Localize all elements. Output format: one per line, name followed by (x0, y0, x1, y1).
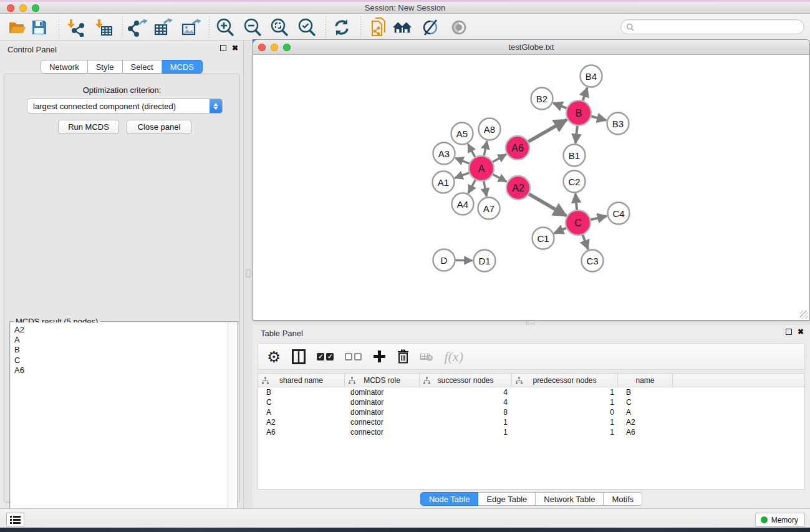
delete-table-button[interactable]: ✕ (420, 352, 433, 361)
create-column-button[interactable] (373, 347, 386, 366)
table-cell-filler (673, 417, 804, 427)
table-cell[interactable]: 1 (512, 387, 618, 397)
graph-node-label: A4 (457, 199, 468, 210)
table-cell[interactable]: 8 (420, 407, 512, 417)
table-cell[interactable]: connector (345, 427, 420, 437)
column-header-filler (673, 374, 804, 387)
refresh-button[interactable] (331, 17, 352, 37)
export-image-button[interactable] (180, 17, 201, 37)
save-session-button[interactable] (29, 17, 50, 37)
home-button[interactable] (392, 17, 413, 37)
column-header-mcds-role[interactable]: MCDS role (345, 374, 420, 387)
search-input[interactable] (637, 22, 804, 31)
table-cell[interactable]: dominator (345, 407, 420, 417)
close-panel-icon[interactable]: ✖ (232, 45, 238, 51)
tab-style[interactable]: Style (88, 60, 123, 74)
network-canvas[interactable]: AA1A2A3A4A5A6A7A8BB1B2B3B4CC1C2C3C4DD1 (253, 55, 809, 320)
table-cell[interactable]: 1 (420, 417, 512, 427)
column-header-successor-nodes[interactable]: successor nodes (420, 374, 512, 387)
result-item[interactable]: A2 (14, 325, 228, 335)
search-field[interactable] (620, 19, 804, 34)
cytoscape-app-window: Session: New Session (0, 0, 810, 532)
table-cell[interactable]: B (618, 387, 673, 397)
tab-motifs[interactable]: Motifs (604, 492, 642, 506)
table-row[interactable]: A6connector11A6 (258, 427, 804, 437)
table-cell[interactable]: 4 (420, 387, 512, 397)
float-table-panel-icon[interactable] (786, 329, 792, 335)
optimization-criterion-label: Optimization criterion: (4, 85, 239, 95)
task-history-button[interactable] (6, 513, 24, 526)
function-builder-button[interactable]: f(x) (444, 347, 463, 366)
result-scrollbar[interactable] (228, 322, 237, 530)
table-cell[interactable]: A2 (618, 417, 673, 427)
column-header-predecessor-nodes[interactable]: predecessor nodes (512, 374, 618, 387)
run-mcds-button[interactable]: Run MCDS (58, 120, 119, 134)
show-hide-button[interactable] (448, 17, 470, 37)
close-panel-button[interactable]: Close panel (127, 120, 191, 134)
table-cell[interactable]: C (258, 397, 345, 407)
tab-node-table[interactable]: Node Table (420, 492, 479, 506)
table-cell[interactable]: A2 (258, 417, 345, 427)
table-cell[interactable]: 4 (420, 397, 512, 407)
table-cell[interactable]: 0 (512, 407, 618, 417)
import-network-button[interactable] (65, 17, 86, 37)
export-image-icon (181, 18, 201, 37)
result-item[interactable]: A (14, 335, 228, 345)
export-table-button[interactable] (153, 17, 174, 37)
export-network-button[interactable] (127, 17, 148, 37)
tab-select[interactable]: Select (123, 60, 162, 74)
memory-button[interactable]: Memory (755, 513, 805, 527)
table-row[interactable]: Adominator80A (258, 407, 804, 417)
graph-node-label: A3 (438, 148, 450, 159)
result-item[interactable]: B (14, 345, 228, 355)
close-table-panel-icon[interactable]: ✖ (798, 329, 804, 335)
result-item[interactable]: A6 (14, 365, 228, 375)
unchecked-box-icon (345, 353, 352, 360)
open-session-button[interactable] (7, 17, 28, 37)
table-cell[interactable]: dominator (345, 387, 420, 397)
hide-annotations-button[interactable] (420, 17, 441, 37)
table-settings-button[interactable]: ⚙ (267, 347, 281, 366)
delete-columns-button[interactable] (397, 347, 409, 366)
table-cell[interactable]: A (618, 407, 673, 417)
table-cell[interactable]: 1 (512, 417, 618, 427)
network-window-titlebar[interactable]: testGlobe.txt (253, 40, 809, 55)
tab-mcds[interactable]: MCDS (162, 60, 203, 74)
tab-network[interactable]: Network (41, 60, 88, 74)
table-cell[interactable]: A6 (618, 427, 673, 437)
float-panel-icon[interactable] (220, 45, 226, 51)
table-cell[interactable]: 1 (512, 397, 618, 407)
table-cell[interactable]: dominator (345, 397, 420, 407)
column-header-name[interactable]: name (618, 374, 673, 387)
table-cell[interactable]: B (258, 387, 345, 397)
select-all-columns-button[interactable]: ✓ ✓ (317, 347, 334, 366)
app-titlebar[interactable]: Session: New Session (0, 2, 810, 14)
clone-network-button[interactable] (369, 17, 390, 37)
tab-network-table[interactable]: Network Table (536, 492, 604, 506)
zoom-fit-button[interactable] (269, 17, 290, 37)
table-cell[interactable]: A6 (258, 427, 345, 437)
show-columns-button[interactable] (292, 347, 306, 366)
window-resize-grip[interactable] (800, 311, 808, 319)
zoom-selected-button[interactable] (296, 17, 317, 37)
table-cell[interactable]: connector (345, 417, 420, 427)
table-cell[interactable]: 1 (420, 427, 512, 437)
table-row[interactable]: Bdominator41B (258, 387, 804, 397)
criterion-dropdown[interactable]: largest connected component (directed) (27, 99, 223, 114)
zoom-in-button[interactable] (215, 17, 236, 37)
column-header-shared-name[interactable]: shared name (258, 374, 345, 387)
table-cell[interactable]: A (258, 407, 345, 417)
vertical-splitter-handle[interactable] (246, 269, 251, 278)
table-cell[interactable]: C (618, 397, 673, 407)
table-cell[interactable]: 1 (512, 427, 618, 437)
zoom-out-button[interactable] (242, 17, 263, 37)
import-table-button[interactable] (93, 17, 114, 37)
table-row[interactable]: A2connector11A2 (258, 417, 804, 427)
table-row[interactable]: Cdominator41C (258, 397, 804, 407)
result-item[interactable]: C (14, 355, 228, 365)
tab-edge-table[interactable]: Edge Table (478, 492, 536, 506)
unselect-all-columns-button[interactable] (345, 347, 362, 366)
zoom-fit-icon (269, 17, 289, 37)
graph-node-label: C4 (612, 208, 624, 219)
refresh-icon (332, 18, 351, 37)
